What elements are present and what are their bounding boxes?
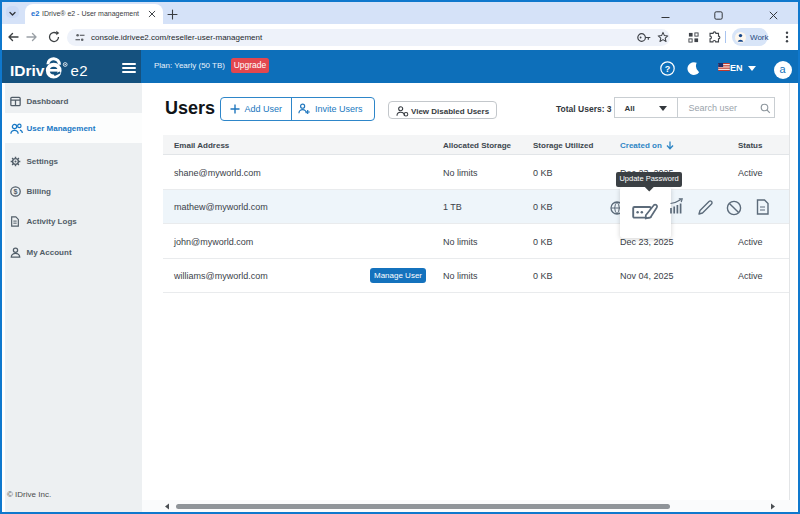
svg-text:IDriv: IDriv <box>10 62 45 79</box>
svg-text:?: ? <box>665 63 671 73</box>
svg-text:$: $ <box>13 187 17 196</box>
svg-text:e2: e2 <box>71 62 89 79</box>
